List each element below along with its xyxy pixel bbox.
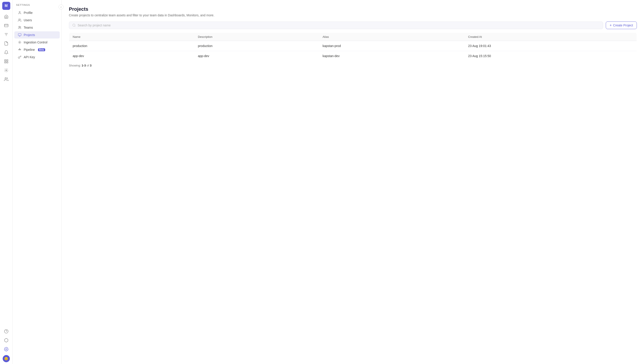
col-alias: Alias bbox=[319, 33, 464, 41]
sidebar-item-api-key[interactable]: API Key bbox=[14, 54, 60, 61]
sidebar-item-projects-label: Projects bbox=[24, 33, 35, 37]
col-name: Name bbox=[69, 33, 194, 41]
nav-support[interactable] bbox=[2, 327, 10, 335]
sidebar-item-users[interactable]: Users bbox=[14, 17, 60, 24]
sidebar-item-apikey-label: API Key bbox=[24, 55, 35, 59]
search-icon bbox=[72, 24, 76, 27]
sidebar-item-profile[interactable]: Profile bbox=[14, 9, 60, 16]
sidebar-item-ingestion-label: Ingestion Control bbox=[24, 41, 48, 44]
showing-text: Showing: 1-3 of 3 bbox=[69, 64, 637, 67]
svg-point-9 bbox=[6, 349, 7, 350]
page-title: Projects bbox=[69, 6, 637, 12]
search-input[interactable] bbox=[78, 24, 600, 27]
svg-line-20 bbox=[75, 26, 75, 27]
nav-document[interactable] bbox=[2, 39, 10, 48]
cell-created-at: 23 Aug 15:15:50 bbox=[464, 51, 636, 61]
table-row[interactable]: app-dev app-dev kapstan-dev 23 Aug 15:15… bbox=[69, 51, 637, 61]
sidebar-item-profile-label: Profile bbox=[24, 11, 33, 15]
user-avatar[interactable]: 😊 bbox=[3, 355, 10, 362]
nav-home[interactable] bbox=[2, 13, 10, 21]
nav-integrations[interactable] bbox=[2, 66, 10, 74]
nav-team[interactable] bbox=[2, 75, 10, 83]
svg-rect-2 bbox=[6, 60, 8, 61]
sidebar-item-ingestion-control[interactable]: Ingestion Control bbox=[14, 39, 60, 46]
svg-point-13 bbox=[20, 27, 21, 28]
showing-of: of bbox=[87, 64, 89, 67]
projects-table: Name Description Alias Created At produc… bbox=[69, 33, 637, 61]
pipeline-beta-badge: Beta bbox=[38, 48, 45, 51]
cell-description: app-dev bbox=[194, 51, 319, 61]
svg-rect-3 bbox=[4, 62, 6, 63]
showing-total: 3 bbox=[90, 64, 92, 67]
col-created-at: Created At bbox=[464, 33, 636, 41]
cell-created-at: 23 Aug 19:01:43 bbox=[464, 41, 636, 51]
showing-range: 1-3 bbox=[82, 64, 86, 67]
svg-point-19 bbox=[73, 24, 75, 27]
page-subtitle: Create projects to centralize team asset… bbox=[69, 14, 637, 17]
toolbar: + Create Project bbox=[69, 22, 637, 29]
showing-prefix: Showing: bbox=[69, 64, 82, 67]
svg-rect-1 bbox=[4, 60, 6, 61]
svg-point-17 bbox=[20, 50, 21, 50]
sidebar-item-teams[interactable]: Teams bbox=[14, 24, 60, 31]
svg-rect-14 bbox=[18, 34, 21, 36]
main-content: Projects Create projects to centralize t… bbox=[62, 0, 644, 364]
sidebar-item-pipeline[interactable]: Pipeline Beta bbox=[14, 46, 60, 53]
app-logo[interactable]: M bbox=[2, 2, 10, 10]
svg-point-6 bbox=[5, 78, 6, 79]
icon-nav: M bbox=[0, 0, 12, 364]
cell-name: app-dev bbox=[69, 51, 194, 61]
sidebar-item-teams-label: Teams bbox=[24, 26, 33, 29]
cell-name: production bbox=[69, 41, 194, 51]
sidebar-item-users-label: Users bbox=[24, 18, 32, 22]
svg-point-15 bbox=[19, 42, 20, 43]
svg-point-5 bbox=[6, 70, 7, 71]
sidebar-item-pipeline-label: Pipeline bbox=[24, 48, 35, 52]
sidebar-item-projects[interactable]: Projects bbox=[14, 31, 60, 39]
svg-point-18 bbox=[20, 49, 20, 49]
plus-icon: + bbox=[610, 24, 612, 27]
svg-point-16 bbox=[18, 50, 19, 50]
svg-point-10 bbox=[19, 12, 20, 13]
nav-alerts[interactable] bbox=[2, 48, 10, 56]
nav-cube[interactable] bbox=[2, 336, 10, 344]
nav-settings[interactable] bbox=[2, 345, 10, 353]
create-project-button[interactable]: + Create Project bbox=[606, 22, 637, 29]
nav-widgets[interactable] bbox=[2, 57, 10, 65]
settings-sidebar: SETTINGS Profile Users Teams Projects In… bbox=[12, 0, 62, 364]
search-box bbox=[69, 22, 603, 29]
sidebar-collapse-button[interactable]: ‹ bbox=[58, 5, 64, 10]
svg-rect-4 bbox=[6, 62, 8, 63]
create-project-label: Create Project bbox=[613, 24, 633, 27]
nav-billing[interactable] bbox=[2, 22, 10, 30]
cell-alias: kapstan-dev bbox=[319, 51, 464, 61]
settings-section-title: SETTINGS bbox=[12, 4, 62, 9]
col-description: Description bbox=[194, 33, 319, 41]
svg-point-12 bbox=[18, 26, 20, 27]
cell-description: production bbox=[194, 41, 319, 51]
table-row[interactable]: production production kapstan-prod 23 Au… bbox=[69, 41, 637, 51]
svg-point-11 bbox=[18, 19, 20, 20]
cell-alias: kapstan-prod bbox=[319, 41, 464, 51]
svg-rect-0 bbox=[4, 24, 8, 27]
nav-rules[interactable] bbox=[2, 31, 10, 39]
svg-point-7 bbox=[4, 329, 8, 333]
